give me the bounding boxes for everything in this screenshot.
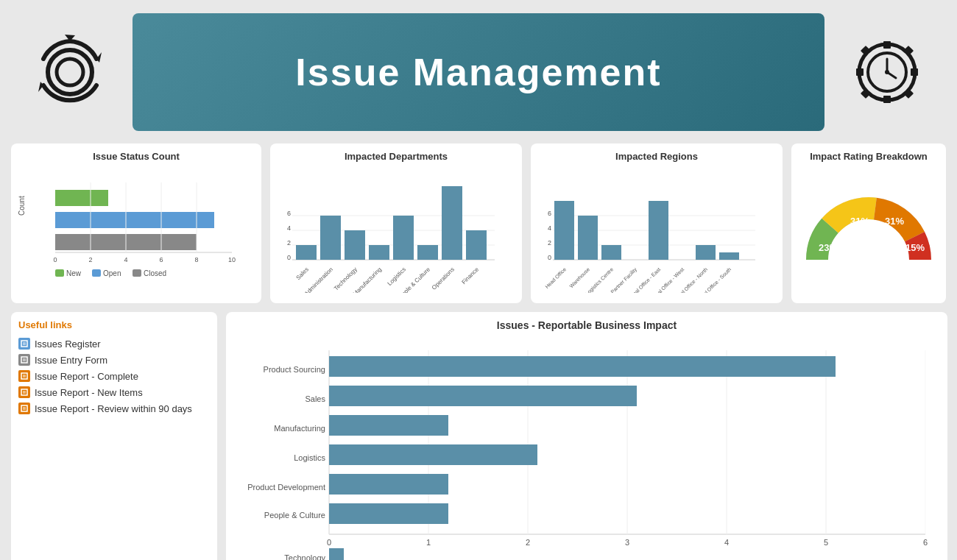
main-content: Issue Status Count Count 0 2 4 6 8 10 <box>0 143 957 560</box>
svg-text:0: 0 <box>287 254 291 261</box>
link-issue-entry[interactable]: Issue Entry Form <box>18 354 210 366</box>
svg-rect-53 <box>442 186 462 260</box>
svg-rect-72 <box>578 216 598 260</box>
svg-text:Finance: Finance <box>460 266 480 286</box>
svg-rect-133 <box>329 548 344 560</box>
impact-rating-title: Impact Rating Breakdown <box>799 151 939 162</box>
svg-rect-19 <box>55 190 108 206</box>
svg-text:6: 6 <box>287 210 291 217</box>
business-impact-card: Issues - Reportable Business Impact 0 1 … <box>226 312 947 560</box>
svg-rect-35 <box>92 269 101 277</box>
impact-rating-card: Impact Rating Breakdown <box>791 143 946 303</box>
right-icon <box>832 28 942 116</box>
bottom-row: Useful links Issues Register Issue Entry… <box>11 312 946 560</box>
svg-rect-13 <box>861 88 871 98</box>
header: Issue Management <box>0 0 957 143</box>
svg-text:31%: 31% <box>850 216 869 227</box>
svg-text:8: 8 <box>194 256 198 263</box>
issue-status-count-card: Issue Status Count Count 0 2 4 6 8 10 <box>11 143 261 303</box>
svg-rect-47 <box>296 245 317 260</box>
settings-clock-icon <box>843 28 931 116</box>
svg-text:6: 6 <box>159 256 163 263</box>
impacted-regions-card: Impacted Regions 0 2 4 6 <box>531 143 783 303</box>
link-label: Issue Report - Complete <box>35 371 138 382</box>
header-title-box: Issue Management <box>133 13 824 131</box>
svg-rect-37 <box>133 269 141 277</box>
svg-rect-11 <box>861 45 871 55</box>
svg-text:0: 0 <box>53 256 57 263</box>
link-label: Issue Report - Review within 90 days <box>35 403 192 414</box>
svg-text:Count: Count <box>18 196 26 216</box>
svg-text:6: 6 <box>548 210 551 217</box>
link-label: Issue Entry Form <box>35 355 107 366</box>
svg-rect-50 <box>369 245 389 260</box>
charts-row: Issue Status Count Count 0 2 4 6 8 10 <box>11 143 946 303</box>
svg-text:Sales: Sales <box>294 266 310 282</box>
svg-text:Head Office: Head Office <box>544 266 567 289</box>
svg-point-1 <box>57 59 83 85</box>
impacted-departments-title: Impacted Departments <box>278 151 515 162</box>
link-report-complete[interactable]: Issue Report - Complete <box>18 370 210 382</box>
svg-text:Logistics: Logistics <box>294 453 325 462</box>
svg-text:Partner Facility: Partner Facility <box>610 266 638 293</box>
link-report-new[interactable]: Issue Report - New Items <box>18 386 210 398</box>
svg-rect-20 <box>55 212 214 228</box>
svg-text:10: 10 <box>228 256 236 263</box>
svg-rect-49 <box>345 230 365 260</box>
svg-rect-12 <box>903 45 914 55</box>
issues-register-icon <box>18 338 30 350</box>
left-icon <box>15 28 125 116</box>
svg-rect-52 <box>417 245 438 260</box>
business-impact-chart: 0 1 2 3 4 5 6 <box>233 336 940 549</box>
impacted-departments-card: Impacted Departments 0 2 4 6 <box>270 143 522 303</box>
svg-rect-10 <box>911 68 918 76</box>
svg-text:Open: Open <box>103 269 121 277</box>
link-label: Issue Report - New Items <box>35 387 143 398</box>
svg-rect-123 <box>329 386 637 406</box>
useful-links-title: Useful links <box>18 319 210 330</box>
svg-text:15%: 15% <box>905 242 925 253</box>
report-review-icon <box>18 403 30 414</box>
svg-rect-131 <box>329 503 448 524</box>
svg-rect-14 <box>903 88 914 98</box>
svg-rect-51 <box>393 216 414 260</box>
svg-text:Product Sourcing: Product Sourcing <box>264 365 325 374</box>
impacted-regions-chart: 0 2 4 6 <box>538 168 759 293</box>
link-issues-register[interactable]: Issues Register <box>18 338 210 350</box>
svg-rect-8 <box>883 96 891 103</box>
svg-rect-9 <box>856 68 864 76</box>
svg-rect-74 <box>649 201 668 260</box>
svg-point-0 <box>48 50 92 94</box>
svg-text:0: 0 <box>548 254 551 261</box>
svg-text:Technology: Technology <box>333 266 359 292</box>
svg-rect-95 <box>21 373 27 379</box>
svg-text:4: 4 <box>287 224 291 232</box>
svg-text:2: 2 <box>287 239 291 247</box>
svg-text:4: 4 <box>548 224 551 232</box>
link-report-review[interactable]: Issue Report - Review within 90 days <box>18 403 210 414</box>
business-impact-title: Issues - Reportable Business Impact <box>233 319 940 331</box>
svg-text:People & Culture: People & Culture <box>264 511 325 520</box>
issue-status-title: Issue Status Count <box>18 151 254 162</box>
impacted-departments-chart: 0 2 4 6 <box>278 168 498 293</box>
link-label: Issues Register <box>35 339 101 350</box>
svg-rect-48 <box>320 216 341 260</box>
svg-rect-71 <box>554 201 574 260</box>
svg-text:Manufacturing: Manufacturing <box>274 424 325 433</box>
page-title: Issue Management <box>295 50 661 94</box>
gauge-container: 23% 31% 31% 15% <box>799 168 939 286</box>
svg-rect-101 <box>21 405 27 411</box>
svg-rect-33 <box>55 269 64 277</box>
svg-point-17 <box>885 70 889 74</box>
svg-rect-92 <box>21 357 27 363</box>
svg-text:4: 4 <box>124 256 127 263</box>
svg-rect-76 <box>719 252 739 260</box>
svg-rect-98 <box>21 389 27 395</box>
svg-rect-127 <box>329 444 537 465</box>
issue-entry-icon <box>18 354 30 366</box>
svg-text:31%: 31% <box>885 216 904 227</box>
refresh-gear-icon <box>26 28 114 116</box>
report-complete-icon <box>18 370 30 382</box>
issue-status-chart: Count 0 2 4 6 8 10 <box>18 168 247 278</box>
report-new-icon <box>18 386 30 398</box>
